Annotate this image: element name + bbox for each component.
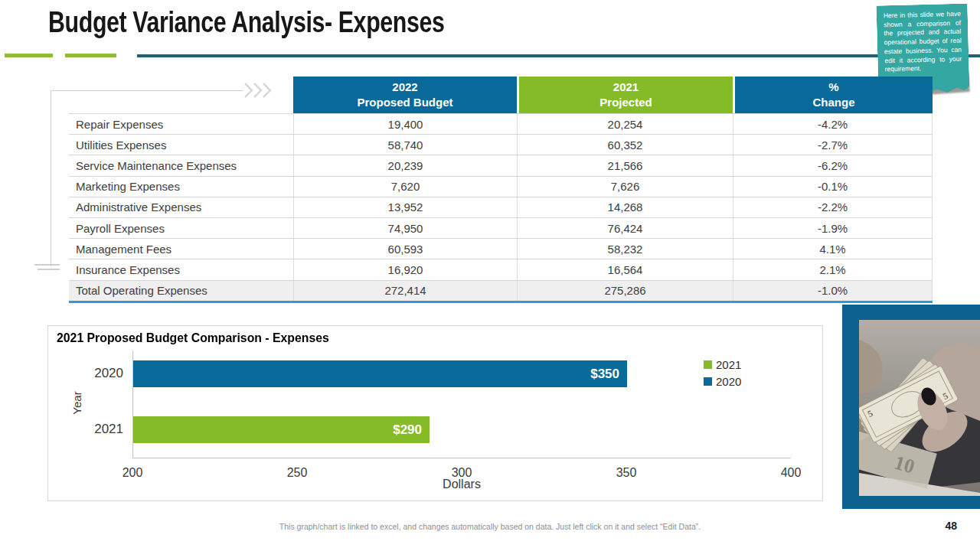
title-accent-green-1 — [5, 54, 53, 57]
table-header-2022: 2022 Proposed Budget — [293, 77, 517, 113]
table-row: Utilities Expenses58,74060,352-2.7% — [69, 134, 933, 155]
table-cell-2022: 74,950 — [293, 218, 517, 238]
title-accent-green-2 — [65, 54, 116, 57]
table-header-row: 2022 Proposed Budget 2021 Projected % Ch… — [69, 77, 933, 113]
table-row: Insurance Expenses16,92016,5642.1% — [69, 259, 933, 279]
chart-plot-area: $350$290 — [132, 350, 791, 458]
table-header-spacer — [69, 77, 293, 113]
legend-item-2020: 2020 — [704, 375, 741, 388]
chart-x-axis-label: Dollars — [416, 478, 508, 491]
table-row: Service Maintenance Expenses20,23921,566… — [69, 155, 933, 175]
table-cell-2022: 272,414 — [293, 281, 517, 301]
expenses-table: 2022 Proposed Budget 2021 Projected % Ch… — [69, 77, 933, 303]
sticky-note-text: Here in this slide we have shown a compa… — [884, 10, 962, 75]
table-cell-change: 4.1% — [733, 239, 933, 259]
table-cell-label: Payroll Expenses — [69, 218, 293, 238]
table-cell-change: -0.1% — [733, 177, 933, 197]
header-2021-year: 2021 — [519, 80, 733, 95]
table-total-row: Total Operating Expenses272,414275,286-1… — [69, 280, 933, 301]
money-photo-panel: 10 5 5 — [842, 305, 980, 509]
table-row: Administrative Expenses13,95214,268-2.2% — [69, 197, 933, 217]
table-row: Payroll Expenses74,95076,424-1.9% — [69, 217, 933, 238]
chart-x-tick: 400 — [764, 466, 818, 480]
header-2022-year: 2022 — [293, 80, 517, 95]
chart-x-tick: 250 — [270, 466, 324, 480]
table-row: Marketing Expenses7,6207,626-0.1% — [69, 176, 933, 197]
decorative-bracket-tick-1 — [34, 264, 60, 266]
table-cell-2022: 7,620 — [293, 177, 517, 197]
table-cell-label: Marketing Expenses — [69, 177, 293, 197]
table-cell-label: Management Fees — [69, 239, 293, 259]
legend-swatch-icon — [704, 377, 712, 386]
legend-item-2021: 2021 — [704, 358, 741, 371]
table-cell-change: -1.9% — [733, 218, 933, 238]
table-row: Management Fees60,59358,2324.1% — [69, 238, 933, 259]
table-cell-label: Utilities Expenses — [69, 135, 293, 155]
header-2021-caption: Projected — [599, 96, 652, 109]
chart-legend: 20212020 — [704, 358, 741, 392]
table-cell-label: Insurance Expenses — [69, 259, 293, 279]
chart-bar-2020: $350 — [133, 360, 627, 387]
page-title: Budget Variance Analysis- Expenses — [48, 6, 445, 39]
table-cell-label: Total Operating Expenses — [69, 281, 293, 301]
table-cell-2021: 60,352 — [517, 135, 733, 155]
decorative-bracket-tick-2 — [38, 269, 60, 270]
table-cell-change: -2.2% — [733, 197, 933, 217]
table-body: Repair Expenses19,40020,254-4.2%Utilitie… — [69, 113, 933, 301]
chart-category-label: 2020 — [77, 366, 123, 381]
legend-label: 2020 — [716, 375, 741, 388]
table-cell-change: -2.7% — [733, 135, 933, 155]
table-cell-label: Service Maintenance Expenses — [69, 155, 293, 175]
page-number: 48 — [945, 520, 957, 532]
chart-title: 2021 Proposed Budget Comparison - Expens… — [57, 331, 329, 346]
table-cell-2022: 20,239 — [293, 155, 517, 175]
chart-x-tick: 350 — [599, 466, 653, 480]
bar-value-label: $290 — [393, 422, 422, 438]
table-cell-2021: 76,424 — [517, 218, 733, 238]
table-cell-2022: 13,952 — [293, 197, 517, 217]
table-row: Repair Expenses19,40020,254-4.2% — [69, 113, 933, 134]
chart-x-tick: 200 — [106, 466, 159, 480]
table-cell-2021: 14,268 — [517, 197, 733, 217]
bar-value-label: $350 — [590, 367, 619, 382]
table-cell-2022: 16,920 — [293, 259, 517, 279]
table-cell-2022: 58,740 — [293, 135, 517, 155]
header-change-symbol: % — [735, 80, 933, 95]
table-header-change: % Change — [733, 77, 933, 113]
table-cell-2021: 21,566 — [517, 155, 733, 175]
legend-swatch-icon — [704, 360, 712, 369]
chart-card: 2021 Proposed Budget Comparison - Expens… — [47, 325, 823, 501]
header-2022-caption: Proposed Budget — [357, 96, 452, 109]
table-cell-change: 2.1% — [733, 259, 933, 279]
table-cell-change: -1.0% — [733, 281, 933, 301]
header-change-caption: Change — [812, 96, 854, 109]
table-cell-2022: 60,593 — [293, 239, 517, 259]
table-header-2021: 2021 Projected — [517, 77, 733, 113]
table-cell-2021: 20,254 — [517, 114, 733, 134]
table-cell-2021: 58,232 — [517, 239, 733, 259]
decorative-bracket-left — [51, 90, 51, 266]
table-cell-2022: 19,400 — [293, 114, 517, 134]
title-accent-blue-line — [137, 54, 980, 57]
table-cell-label: Administrative Expenses — [69, 197, 293, 217]
table-cell-change: -6.2% — [733, 155, 933, 175]
table-cell-2021: 16,564 — [517, 259, 733, 279]
chart-category-label: 2021 — [77, 422, 123, 437]
table-cell-label: Repair Expenses — [69, 114, 293, 134]
chart-y-axis-label: Year — [70, 391, 83, 414]
table-cell-change: -4.2% — [733, 114, 933, 134]
chart-bar-2021: $290 — [133, 416, 430, 443]
table-cell-2021: 7,626 — [517, 177, 733, 197]
table-cell-2021: 275,286 — [517, 281, 733, 301]
legend-label: 2021 — [716, 358, 741, 371]
footer-note: This graph/chart is linked to excel, and… — [0, 522, 980, 531]
slide: Budget Variance Analysis- Expenses Here … — [0, 0, 980, 551]
money-hands-photo: 10 5 5 — [859, 320, 980, 496]
